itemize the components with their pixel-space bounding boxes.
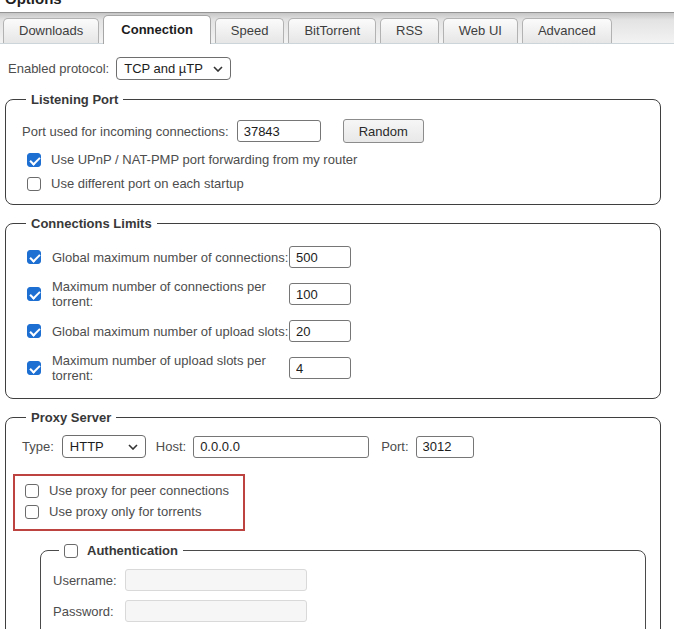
tab-connection[interactable]: Connection	[103, 15, 211, 44]
proxy-port-input[interactable]	[416, 436, 474, 458]
incoming-port-input[interactable]	[237, 120, 321, 142]
username-input	[125, 569, 307, 591]
tab-bittorrent[interactable]: BitTorrent	[288, 18, 376, 43]
different-port-checkbox[interactable]	[27, 177, 41, 191]
authentication-checkbox[interactable]	[64, 544, 78, 558]
enabled-protocol-label: Enabled protocol:	[8, 61, 109, 76]
password-label: Password:	[53, 604, 125, 619]
tab-downloads[interactable]: Downloads	[3, 18, 99, 43]
proxy-server-section: Proxy Server Type: HTTP Host: Port: Use …	[5, 410, 661, 629]
proxy-peer-connections-checkbox[interactable]	[25, 484, 39, 498]
chevron-down-icon	[128, 444, 138, 450]
upnp-checkbox[interactable]	[27, 153, 41, 167]
proxy-type-value: HTTP	[70, 439, 104, 454]
global-upload-slots-checkbox[interactable]	[27, 324, 41, 338]
random-port-button[interactable]: Random	[343, 119, 424, 143]
proxy-host-input[interactable]	[193, 436, 369, 458]
proxy-host-label: Host:	[156, 439, 186, 454]
proxy-type-label: Type:	[22, 439, 54, 454]
listening-port-legend: Listening Port	[26, 92, 123, 107]
global-connections-input[interactable]	[289, 246, 351, 268]
window-title: Options	[0, 0, 674, 9]
upload-slots-per-torrent-checkbox[interactable]	[27, 361, 41, 375]
connections-per-torrent-input[interactable]	[289, 283, 351, 305]
tab-speed[interactable]: Speed	[215, 18, 285, 43]
limit-row-global-connections: Global maximum number of connections:	[27, 246, 646, 268]
proxy-only-torrents-checkbox[interactable]	[25, 505, 39, 519]
global-connections-checkbox[interactable]	[27, 250, 41, 264]
upload-slots-per-torrent-label: Maximum number of upload slots per torre…	[52, 353, 289, 383]
username-label: Username:	[53, 573, 125, 588]
connections-limits-legend: Connections Limits	[26, 216, 157, 231]
authentication-section: Authentication Username: Password: Info:…	[40, 543, 646, 629]
listening-port-section: Listening Port Port used for incoming co…	[5, 92, 661, 205]
connections-per-torrent-checkbox[interactable]	[27, 287, 41, 301]
proxy-peer-connections-label: Use proxy for peer connections	[49, 483, 229, 498]
connections-limits-section: Connections Limits Global maximum number…	[5, 216, 661, 399]
authentication-legend-label: Authentication	[87, 543, 178, 558]
limit-row-connections-per-torrent: Maximum number of connections per torren…	[27, 279, 646, 309]
global-connections-label: Global maximum number of connections:	[52, 250, 289, 265]
limit-row-global-upload-slots: Global maximum number of upload slots:	[27, 320, 646, 342]
proxy-server-legend: Proxy Server	[26, 410, 116, 425]
authentication-legend: Authentication	[59, 543, 183, 558]
proxy-type-select[interactable]: HTTP	[62, 435, 146, 458]
different-port-label: Use different port on each startup	[51, 176, 244, 191]
password-input	[125, 600, 307, 622]
tab-bar: Downloads Connection Speed BitTorrent RS…	[0, 12, 674, 44]
tab-advanced[interactable]: Advanced	[522, 18, 612, 43]
proxy-port-label: Port:	[381, 439, 408, 454]
global-upload-slots-input[interactable]	[289, 320, 351, 342]
connections-per-torrent-label: Maximum number of connections per torren…	[52, 279, 289, 309]
proxy-options-highlight-box: Use proxy for peer connections Use proxy…	[13, 474, 245, 531]
upnp-label: Use UPnP / NAT-PMP port forwarding from …	[51, 152, 357, 167]
limit-row-upload-slots-per-torrent: Maximum number of upload slots per torre…	[27, 353, 646, 383]
enabled-protocol-value: TCP and µTP	[124, 61, 203, 76]
tab-webui[interactable]: Web UI	[443, 18, 518, 43]
chevron-down-icon	[213, 66, 223, 72]
upload-slots-per-torrent-input[interactable]	[289, 357, 351, 379]
tab-rss[interactable]: RSS	[380, 18, 439, 43]
proxy-only-torrents-label: Use proxy only for torrents	[49, 504, 201, 519]
enabled-protocol-select[interactable]: TCP and µTP	[116, 57, 231, 80]
global-upload-slots-label: Global maximum number of upload slots:	[52, 324, 289, 339]
incoming-port-label: Port used for incoming connections:	[22, 124, 229, 139]
